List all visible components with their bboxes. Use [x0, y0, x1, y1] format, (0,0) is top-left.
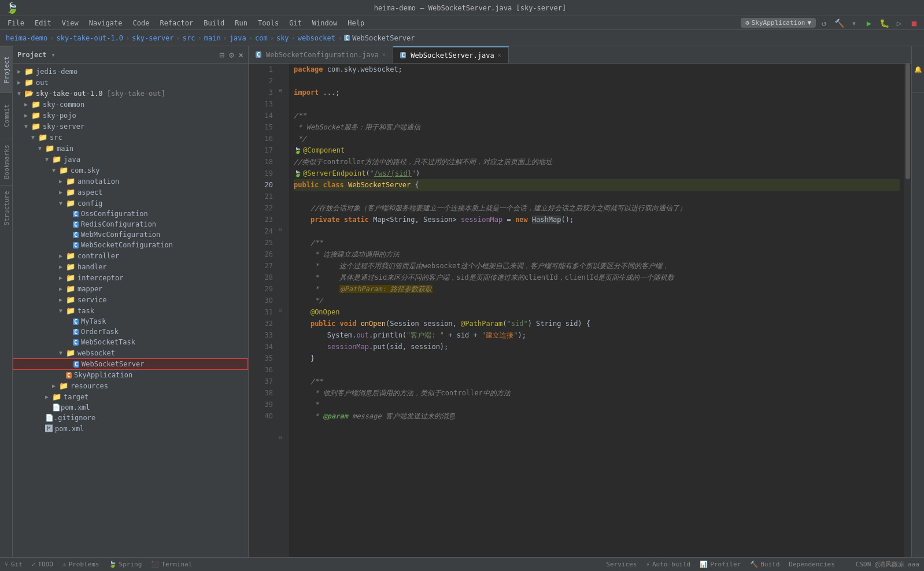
right-panel-notifications[interactable]: 🔔	[912, 46, 924, 92]
tree-main[interactable]: ▼ 📁 main	[13, 143, 248, 154]
file-tree: ▶ 📁 jedis-demo ▶ 📁 out ▼ 📂 sky-take-out-…	[13, 64, 248, 557]
breadcrumb-websocket[interactable]: websocket	[298, 34, 335, 42]
status-services[interactable]: Services	[606, 561, 637, 568]
menu-code[interactable]: Code	[128, 18, 154, 28]
tree-annotation[interactable]: ▶ 📁 annotation	[13, 176, 248, 187]
tree-pom-root[interactable]: 🅼 pom.xml	[13, 423, 248, 434]
sidebar-dropdown-icon[interactable]: ▾	[51, 51, 56, 59]
tree-sky-common[interactable]: ▶ 📁 sky-common	[13, 99, 248, 110]
toolbar-stop[interactable]: ■	[907, 16, 921, 30]
toolbar-coverage[interactable]: ▷	[892, 16, 906, 30]
tree-redis-config[interactable]: C RedisConfiguration	[13, 219, 248, 229]
tree-java[interactable]: ▼ 📁 java	[13, 154, 248, 165]
tree-service[interactable]: ▶ 📁 service	[13, 294, 248, 305]
menu-bar: File Edit View Navigate Code Refactor Bu…	[0, 16, 924, 30]
tree-gitignore[interactable]: 📄 .gitignore	[13, 413, 248, 423]
tree-interceptor[interactable]: ▶ 📁 interceptor	[13, 272, 248, 283]
tab-websocket-config[interactable]: C WebSocketConfiguration.java ×	[249, 46, 393, 64]
label-pom-server: pom.xml	[61, 403, 90, 411]
status-build[interactable]: 🔨 Build	[750, 561, 779, 568]
sidebar-icon-2[interactable]: ⚙	[229, 50, 234, 60]
panel-structure[interactable]: Structure	[0, 185, 13, 231]
menu-navigate[interactable]: Navigate	[84, 18, 127, 28]
tab-websocket-server[interactable]: C WebSocketServer.java ×	[393, 46, 509, 64]
run-config[interactable]: ⚙ SkyApplication ▼	[741, 18, 816, 28]
folder-icon-main: 📁	[45, 144, 54, 153]
tree-websocket-config[interactable]: C WebSocketConfiguration	[13, 240, 248, 250]
breadcrumb-com[interactable]: com	[255, 34, 268, 42]
sidebar-icon-1[interactable]: ⊟	[220, 50, 224, 60]
panel-project[interactable]: Project	[0, 46, 13, 92]
tree-sky-server[interactable]: ▼ 📁 sky-server	[13, 121, 248, 132]
code-content[interactable]: package com.sky.websocket; import ...; /…	[289, 64, 904, 557]
sidebar-icon-3[interactable]: ×	[239, 50, 243, 60]
breadcrumb-sky-take-out[interactable]: sky-take-out-1.0	[56, 34, 123, 42]
menu-tools[interactable]: Tools	[253, 18, 283, 28]
toolbar-run-dropdown[interactable]: ▾	[847, 16, 861, 30]
tab-close-wsserver[interactable]: ×	[498, 52, 501, 58]
label-handler: handler	[77, 263, 107, 271]
toolbar-debug[interactable]: 🐛	[877, 16, 891, 30]
tree-aspect[interactable]: ▶ 📁 aspect	[13, 187, 248, 198]
breadcrumb-sky-server[interactable]: sky-server	[132, 34, 173, 42]
status-profiler[interactable]: 📊 Profiler	[700, 561, 741, 568]
tree-oss-config[interactable]: C OssConfiguration	[13, 209, 248, 219]
tree-websocketserver[interactable]: C WebSocketServer	[13, 358, 248, 370]
tree-websockettask[interactable]: C WebSocketTask	[13, 337, 248, 347]
tree-src[interactable]: ▼ 📁 src	[13, 132, 248, 143]
vertical-scrollbar[interactable]	[904, 64, 911, 557]
tree-webmvc-config[interactable]: C WebMvcConfiguration	[13, 229, 248, 240]
menu-git[interactable]: Git	[284, 18, 306, 28]
tree-handler[interactable]: ▶ 📁 handler	[13, 261, 248, 272]
menu-edit[interactable]: Edit	[30, 18, 56, 28]
tree-task[interactable]: ▼ 📁 task	[13, 305, 248, 316]
breadcrumb-src[interactable]: src	[183, 34, 195, 42]
tab-close-wsconfig[interactable]: ×	[382, 51, 386, 58]
tree-comsky[interactable]: ▼ 📁 com.sky	[13, 165, 248, 176]
tree-pom-server[interactable]: 📄 pom.xml	[13, 402, 248, 413]
menu-build[interactable]: Build	[199, 18, 229, 28]
tree-sky-pojo[interactable]: ▶ 📁 sky-pojo	[13, 110, 248, 121]
tree-websocket-folder[interactable]: ▼ 📁 websocket	[13, 347, 248, 358]
tree-ordertask[interactable]: C OrderTask	[13, 327, 248, 337]
status-dependencies[interactable]: Dependencies	[789, 561, 834, 568]
breadcrumb-heima-demo[interactable]: heima-demo	[6, 34, 47, 42]
status-autobuild[interactable]: ⚡ Auto-build	[646, 561, 690, 568]
tree-sky-take-out[interactable]: ▼ 📂 sky-take-out-1.0 [sky-take-out]	[13, 88, 248, 99]
breadcrumb-main[interactable]: main	[204, 34, 221, 42]
tree-skyapplication[interactable]: C SkyApplication	[13, 370, 248, 380]
code-line-24	[294, 225, 900, 237]
breadcrumb-sky[interactable]: sky	[276, 34, 289, 42]
menu-view[interactable]: View	[57, 18, 83, 28]
toolbar-build[interactable]: 🔨	[832, 16, 846, 30]
menu-refactor[interactable]: Refactor	[155, 18, 198, 28]
ln-22: 22	[253, 202, 273, 214]
breadcrumb-current[interactable]: C WebSocketServer	[344, 34, 415, 42]
menu-file[interactable]: File	[3, 18, 29, 28]
gutter: ⊖ ⊖ ⊖ ⊖	[278, 64, 289, 557]
tree-controller[interactable]: ▶ 📁 controller	[13, 250, 248, 261]
panel-commit[interactable]: Commit	[0, 92, 13, 139]
menu-window[interactable]: Window	[308, 18, 342, 28]
toolbar-run[interactable]: ▶	[862, 16, 876, 30]
tree-config[interactable]: ▼ 📁 config	[13, 198, 248, 209]
panel-bookmarks[interactable]: Bookmarks	[0, 139, 13, 185]
status-problems[interactable]: ⚠ Problems	[62, 561, 99, 568]
label-sky-server: sky-server	[43, 123, 84, 131]
tree-resources[interactable]: ▶ 📁 resources	[13, 380, 248, 391]
tree-out[interactable]: ▶ 📁 out	[13, 77, 248, 88]
menu-run[interactable]: Run	[230, 18, 252, 28]
status-spring[interactable]: 🍃 Spring	[109, 561, 142, 568]
tree-mapper[interactable]: ▶ 📁 mapper	[13, 283, 248, 294]
menu-help[interactable]: Help	[343, 18, 369, 28]
tree-target[interactable]: ▶ 📁 target	[13, 391, 248, 402]
main-area: Project Commit Bookmarks Structure Proje…	[0, 46, 924, 557]
tree-mytask[interactable]: C MyTask	[13, 316, 248, 327]
tree-jedis-demo[interactable]: ▶ 📁 jedis-demo	[13, 66, 248, 77]
status-git[interactable]: ⑂ Git	[5, 561, 23, 568]
status-todo[interactable]: ✓ TODO	[32, 561, 53, 568]
toolbar-sync[interactable]: ↺	[817, 16, 831, 30]
label-websockettask: WebSocketTask	[81, 338, 135, 346]
status-terminal[interactable]: ⬛ Terminal	[151, 561, 192, 568]
breadcrumb-java[interactable]: java	[230, 34, 246, 42]
